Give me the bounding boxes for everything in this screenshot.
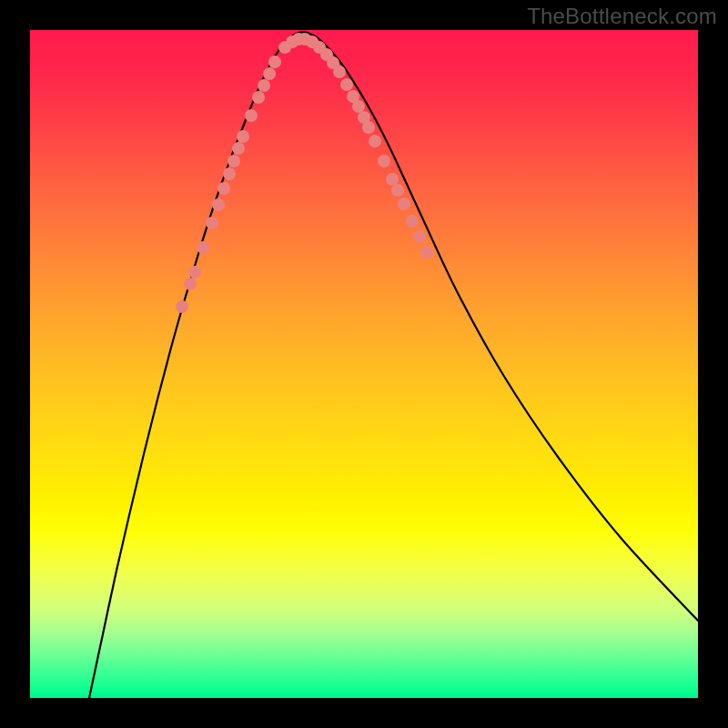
highlight-dot — [206, 217, 218, 229]
highlight-dot — [391, 184, 404, 197]
highlight-dot — [413, 230, 426, 243]
highlight-dot — [184, 278, 197, 290]
highlight-dot — [386, 173, 399, 186]
highlight-dot — [268, 56, 281, 68]
highlight-dot — [362, 121, 375, 134]
highlight-dot — [398, 197, 410, 210]
highlight-dot — [258, 79, 270, 92]
highlight-dot — [378, 155, 390, 167]
highlight-dot — [263, 67, 276, 80]
highlight-dot — [252, 91, 265, 104]
highlight-dot — [223, 167, 236, 180]
highlight-dot — [212, 198, 225, 211]
chart-frame: TheBottleneck.com — [0, 0, 728, 728]
highlight-dot — [228, 155, 240, 167]
highlight-dot — [406, 215, 419, 228]
highlight-dot — [352, 100, 365, 113]
highlight-dot — [176, 300, 188, 313]
chart-svg — [30, 30, 698, 698]
highlight-dot — [369, 135, 381, 147]
watermark-text: TheBottleneck.com — [527, 4, 717, 29]
bottleneck-curve — [89, 32, 698, 698]
highlight-dot — [420, 246, 433, 258]
highlight-dot — [237, 130, 249, 143]
highlight-dot — [333, 66, 346, 78]
highlight-dot — [340, 78, 353, 91]
plot-area — [30, 30, 698, 698]
highlight-dots-group — [176, 33, 433, 313]
highlight-dot — [217, 182, 230, 195]
highlight-dot — [245, 109, 258, 122]
highlight-dot — [197, 241, 209, 254]
highlight-dot — [232, 142, 245, 155]
highlight-dot — [188, 266, 201, 278]
